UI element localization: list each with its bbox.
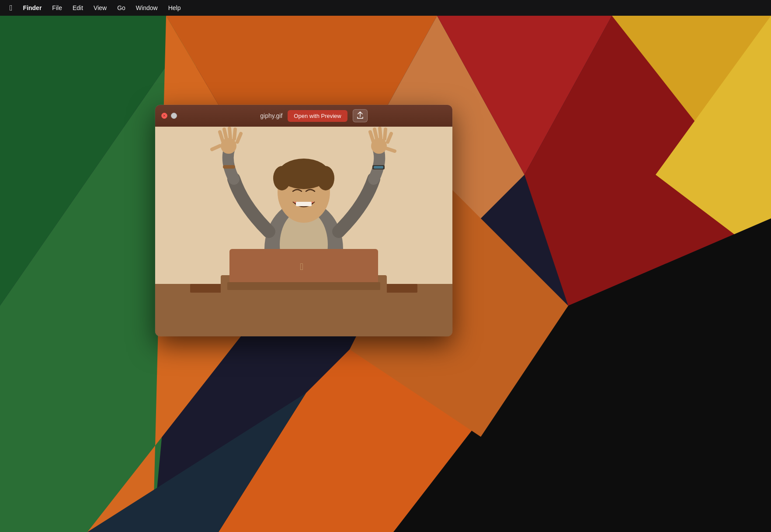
quicklook-content: : [155, 127, 452, 336]
close-icon: ✕: [163, 114, 166, 118]
quicklook-titlebar: ✕ giphy.gif Open with Preview: [155, 105, 452, 127]
apple-menu[interactable]: : [5, 3, 17, 14]
help-menu[interactable]: Help: [164, 3, 185, 13]
view-menu[interactable]: View: [89, 3, 111, 13]
menubar:  Finder File Edit View Go Window Help: [0, 0, 771, 16]
quicklook-window: ✕ giphy.gif Open with Preview: [155, 105, 452, 336]
window-title-area: giphy.gif Open with Preview: [181, 109, 446, 122]
gif-preview: : [155, 127, 452, 336]
window-buttons: ✕: [161, 113, 177, 119]
edit-menu[interactable]: Edit: [68, 3, 87, 13]
window-filename: giphy.gif: [260, 112, 282, 119]
finder-menu[interactable]: Finder: [19, 3, 46, 13]
file-menu[interactable]: File: [48, 3, 66, 13]
svg-rect-45: [155, 127, 452, 336]
share-button[interactable]: [353, 109, 368, 122]
share-icon: [357, 111, 364, 121]
open-with-preview-button[interactable]: Open with Preview: [288, 110, 347, 122]
window-minimize-button[interactable]: [171, 113, 177, 119]
window-menu[interactable]: Window: [132, 3, 162, 13]
window-close-button[interactable]: ✕: [161, 113, 167, 119]
go-menu[interactable]: Go: [113, 3, 130, 13]
